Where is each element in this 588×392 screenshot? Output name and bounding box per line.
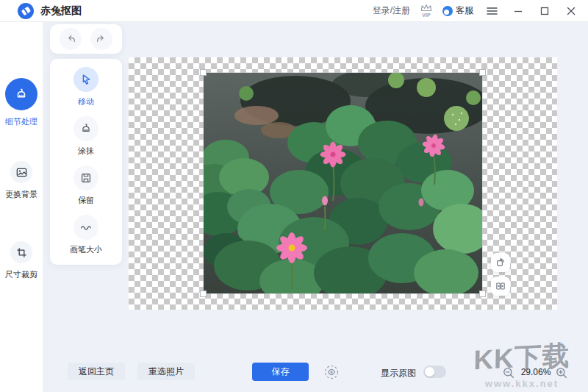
tools-card: 移动 涂抹 保留 — [50, 59, 122, 265]
redo-arrow-icon — [95, 32, 108, 46]
selection-handle-top-right[interactable] — [479, 69, 486, 76]
wave-icon — [74, 215, 98, 240]
vip-label: VIP — [422, 13, 430, 18]
show-original-label: 显示原图 — [381, 367, 416, 379]
service-avatar-icon — [442, 6, 453, 16]
crop-icon — [10, 241, 32, 263]
sidebar: 细节处理 更换背景 尺寸裁剪 — [0, 22, 43, 392]
selection-handle-bottom-right[interactable] — [479, 291, 486, 297]
watermark: KK下载 www.kkx.net — [460, 340, 584, 389]
sidebar-item-size-crop[interactable]: 尺寸裁剪 — [0, 241, 43, 280]
tool-move[interactable]: 移动 — [74, 67, 98, 107]
preview-eye-button[interactable] — [323, 364, 340, 380]
service-label: 客服 — [456, 4, 473, 17]
sidebar-item-label: 更换背景 — [5, 189, 37, 200]
rotate-button[interactable] — [491, 253, 510, 272]
tool-smudge[interactable]: 涂抹 — [74, 116, 98, 157]
lotus-flower-bottom — [276, 232, 307, 263]
sidebar-item-detail-processing[interactable]: 细节处理 — [0, 78, 43, 127]
zoom-out-button[interactable] — [502, 366, 515, 379]
tool-keep[interactable]: 保留 — [74, 165, 98, 206]
fit-center-icon — [495, 280, 506, 292]
login-register-link[interactable]: 登录/注册 — [373, 4, 410, 17]
titlebar: 赤兔抠图 登录/注册 VIP 客服 — [0, 0, 588, 22]
save-button[interactable]: 保存 — [252, 363, 309, 381]
brush-icon — [74, 116, 98, 141]
fit-center-button[interactable] — [491, 277, 510, 296]
brush-icon — [5, 78, 37, 110]
back-home-button[interactable]: 返回主页 — [68, 363, 125, 380]
app-window: 赤兔抠图 登录/注册 VIP 客服 — [0, 0, 588, 392]
selection-handle-top-left[interactable] — [200, 69, 207, 76]
app-logo-eraser-icon — [18, 3, 34, 19]
floppy-icon — [74, 165, 98, 190]
watermark-url: www.kkx.net — [460, 378, 584, 389]
maximize-button[interactable] — [537, 3, 553, 19]
app-title: 赤兔抠图 — [40, 4, 82, 18]
magnifier-minus-icon — [502, 366, 515, 379]
tool-label: 涂抹 — [78, 146, 94, 157]
vip-button[interactable]: VIP — [420, 4, 432, 18]
cursor-icon — [74, 67, 98, 92]
canvas-checkerboard[interactable] — [129, 57, 557, 310]
selection-handle-bottom-left[interactable] — [200, 291, 207, 297]
lotus-flower-center — [320, 142, 346, 168]
minimize-button[interactable] — [510, 3, 526, 19]
image-icon — [10, 161, 32, 183]
photo-lotus-pond[interactable] — [204, 73, 482, 293]
tool-label: 画笔大小 — [70, 244, 102, 255]
lotus-pond-image — [204, 73, 482, 293]
zoom-level-value: 29.06% — [517, 367, 554, 377]
sidebar-item-label: 细节处理 — [5, 116, 37, 127]
crown-icon — [420, 4, 432, 12]
redo-button[interactable] — [90, 28, 112, 50]
tool-brush-size[interactable]: 画笔大小 — [70, 215, 102, 255]
customer-service-button[interactable]: 客服 — [442, 4, 473, 17]
rotate-icon — [495, 257, 506, 268]
undo-button[interactable] — [60, 28, 82, 50]
tool-label: 移动 — [78, 96, 94, 107]
undo-arrow-icon — [64, 32, 77, 46]
show-original-toggle[interactable] — [423, 366, 446, 378]
reselect-photo-button[interactable]: 重选照片 — [137, 363, 195, 380]
sidebar-item-change-background[interactable]: 更换背景 — [0, 161, 43, 200]
history-card — [50, 24, 122, 54]
sidebar-item-label: 尺寸裁剪 — [5, 269, 37, 280]
eye-icon — [323, 364, 340, 380]
menu-icon[interactable] — [484, 3, 500, 19]
zoom-in-button[interactable] — [555, 366, 568, 379]
tool-label: 保留 — [78, 195, 94, 206]
magnifier-plus-icon — [555, 366, 568, 379]
close-button[interactable] — [563, 3, 579, 19]
